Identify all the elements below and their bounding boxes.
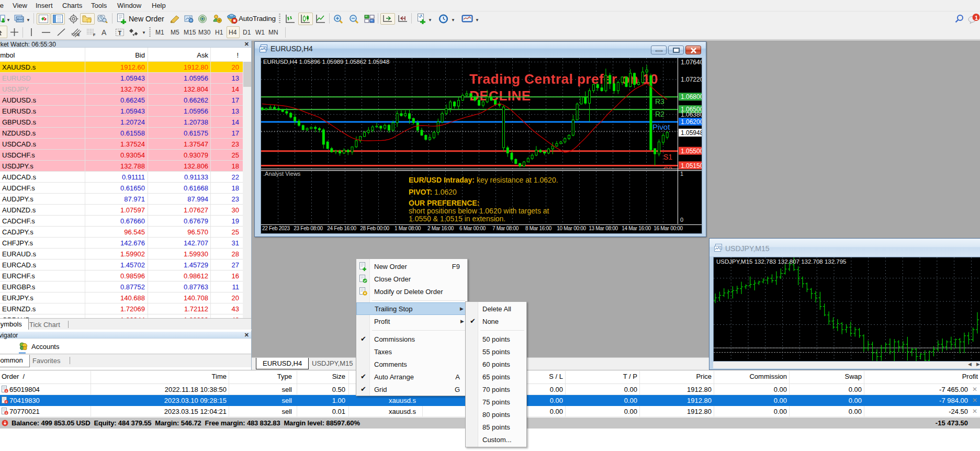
svg-text:F: F <box>93 33 96 37</box>
svg-text:1.07640: 1.07640 <box>681 59 702 66</box>
svg-text:S1: S1 <box>663 153 672 161</box>
svg-text:13 Mar 08:00: 13 Mar 08:00 <box>589 226 618 231</box>
svg-text:EURUSD,H4 1.05896 1.05989 1.0: EURUSD,H4 1.05896 1.05989 1.05862 1.0594… <box>263 59 389 65</box>
svg-text:22 Feb 2023: 22 Feb 2023 <box>262 226 290 231</box>
svg-text:1.05948: 1.05948 <box>681 129 702 137</box>
svg-text:1.06200: 1.06200 <box>681 118 702 126</box>
svg-text:R2: R2 <box>655 110 664 118</box>
svg-text:2 Mar 16:00: 2 Mar 16:00 <box>427 226 454 231</box>
svg-text:1.05150: 1.05150 <box>681 162 702 170</box>
svg-text:0: 0 <box>680 217 683 223</box>
svg-text:1.06380: 1.06380 <box>681 111 702 118</box>
svg-text:23 Feb 08:00: 23 Feb 08:00 <box>294 226 323 231</box>
svg-text:8 Mar 16:00: 8 Mar 16:00 <box>525 226 552 231</box>
svg-text:1.05500: 1.05500 <box>681 148 702 155</box>
svg-text:28 Feb 00:00: 28 Feb 00:00 <box>360 226 389 231</box>
svg-text:24 Feb 16:00: 24 Feb 16:00 <box>327 226 356 231</box>
svg-text:1 Mar 08:00: 1 Mar 08:00 <box>395 226 421 231</box>
svg-text:EUR/USD Intraday: key resista: EUR/USD Intraday: key resistance at 1.06… <box>409 176 558 184</box>
svg-text:Pivot: Pivot <box>652 122 670 131</box>
svg-text:short positions below 1.0620 w: short positions below 1.0620 with target… <box>409 207 549 215</box>
svg-text:USDJPY,M15 132.783 132.807 13: USDJPY,M15 132.783 132.807 132.708 132.7… <box>716 258 847 265</box>
svg-text:10 Mar 00:00: 10 Mar 00:00 <box>557 226 586 231</box>
svg-text:1: 1 <box>975 15 978 21</box>
svg-text:E: E <box>77 33 80 37</box>
svg-text:1.07220: 1.07220 <box>681 76 702 83</box>
svg-text:7 Mar 08:00: 7 Mar 08:00 <box>492 226 519 231</box>
svg-text:OUR PREFERENCE:: OUR PREFERENCE: <box>409 199 479 207</box>
svg-text:16 Mar 00:00: 16 Mar 00:00 <box>654 226 683 231</box>
svg-text:PIVOT: 1.0620: PIVOT: 1.0620 <box>409 188 457 196</box>
svg-text:1: 1 <box>680 171 683 177</box>
svg-text:T: T <box>118 30 122 36</box>
svg-text:14 Mar 16:00: 14 Mar 16:00 <box>622 226 651 231</box>
svg-text:1.06800: 1.06800 <box>681 93 702 100</box>
svg-text:1.0550 & 1.0515 in extension.: 1.0550 & 1.0515 in extension. <box>409 215 505 223</box>
svg-text:R3: R3 <box>655 97 664 106</box>
svg-text:.Analyst Views: .Analyst Views <box>263 171 301 177</box>
svg-text:6 Mar 00:00: 6 Mar 00:00 <box>459 226 486 231</box>
